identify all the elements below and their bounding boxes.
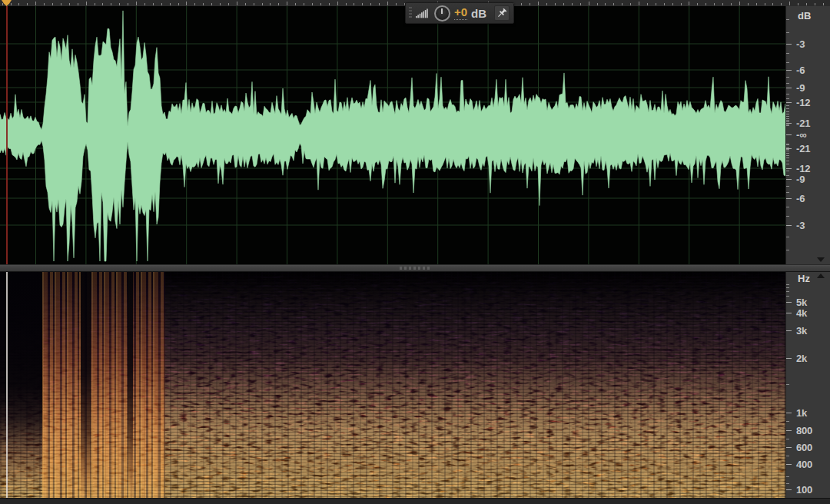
ruler-label: -6 [796,65,805,75]
divider-grip-icon[interactable] [400,267,430,270]
ruler-label: -3 [796,39,805,49]
timeline-tick [589,2,589,5]
timeline-tick [178,3,179,5]
waveform [0,6,785,264]
timeline-tick [270,3,271,5]
ruler-tick [786,225,792,226]
timeline-tick [69,3,70,5]
volume-value[interactable]: +0 [454,6,467,20]
timeline-tick [52,3,53,5]
ruler-minor-tick [786,151,789,151]
playhead-line-waveform[interactable] [6,6,8,264]
ruler-label: 100 [796,485,812,495]
timeline-tick [27,3,28,5]
timeline-tick [295,3,296,5]
timeline-tick [798,3,798,5]
timeline-tick [697,3,698,5]
ruler-label: 5k [796,297,807,307]
ruler-label: 600 [796,443,812,453]
ruler-label: 400 [796,459,812,469]
timeline-tick [823,3,824,5]
ruler-minor-tick [786,158,789,158]
ruler-minor-tick [786,83,789,84]
timeline-tick [806,3,807,5]
timeline-tick [262,3,263,5]
scroll-up-icon[interactable] [817,274,825,278]
ruler-minor-tick [786,291,789,292]
timeline-tick [681,3,682,5]
knob-needle-icon [441,8,443,14]
timeline-tick [136,2,137,5]
bottom-bar [0,498,830,504]
ruler-minor-tick [786,287,789,288]
ruler-tick [786,134,792,135]
timeline-tick [44,3,45,5]
timeline-tick [613,3,614,5]
ruler-minor-tick [786,216,789,217]
volume-knob[interactable] [434,5,450,22]
ruler-minor-tick [786,62,789,63]
ruler-minor-tick [786,175,789,176]
ruler-minor-tick [786,111,789,112]
ruler-minor-tick [786,476,789,477]
timeline-tick [144,3,145,5]
ruler-tick [786,330,792,331]
volume-unit-label: dB [471,8,486,19]
ruler-label: 2k [796,353,807,363]
ruler-label: -9 [796,174,805,184]
hz-scale-ruler[interactable]: Hz5k4k3k2k1k800600400100 [785,272,830,498]
playhead-line-spectrogram[interactable] [6,272,8,498]
ruler-label: -6 [796,194,805,204]
timeline-tick [605,3,606,5]
timeline-tick [815,3,815,5]
timeline-tick [128,3,128,5]
ruler-unit-label: Hz [798,274,810,284]
ruler-minor-tick [786,77,789,78]
db-scale-ruler[interactable]: dB-3-6-9-12-21-∞-21-12-9-6-3 [785,6,830,264]
ruler-label: -9 [796,83,805,93]
timeline-tick [772,3,773,5]
ruler-tick [786,88,792,88]
scroll-down-icon[interactable] [817,257,825,262]
pin-button[interactable] [494,5,510,21]
spectrogram-panel[interactable] [0,272,785,498]
levels-icon [416,7,430,19]
ruler-label: 1k [796,408,807,418]
timeline-tick [379,3,380,5]
ruler-minor-tick [786,94,789,94]
timeline-tick [337,2,338,5]
timeline-tick [61,3,61,5]
timeline-tick [346,3,347,5]
ruler-tick [786,102,792,103]
timeline-tick [706,3,706,5]
timeline-tick [672,3,673,5]
timeline-tick [731,3,732,5]
toolbar-grip-icon[interactable] [409,7,412,19]
ruler-tick [786,168,792,169]
volume-toolbar: +0 dB [405,2,514,24]
timeline-tick [572,3,573,5]
ruler-tick [786,179,792,180]
ruler-minor-tick [786,250,789,250]
timeline-tick [35,2,36,5]
ruler-label: 4k [796,308,807,318]
ruler-minor-tick [786,296,789,297]
timeline-tick [86,2,87,5]
timeline-tick [170,3,171,5]
timeline-tick [580,3,581,5]
panel-divider[interactable] [0,264,830,272]
audio-editor-window: dB-3-6-9-12-21-∞-21-12-9-6-3 [0,0,830,504]
spectrogram-pause-gap [128,272,133,498]
timeline-tick [153,3,154,5]
ruler-minor-tick [786,186,789,187]
timeline-tick [11,3,12,5]
ruler-label: 3k [796,326,807,336]
timeline-tick [312,3,313,5]
ruler-unit-label: dB [798,11,811,21]
waveform-panel[interactable] [0,6,785,264]
timeline-tick [546,3,547,5]
timeline-tick [119,3,120,5]
timeline-tick [320,3,321,5]
timeline-tick [396,3,397,5]
ruler-tick [786,70,792,71]
